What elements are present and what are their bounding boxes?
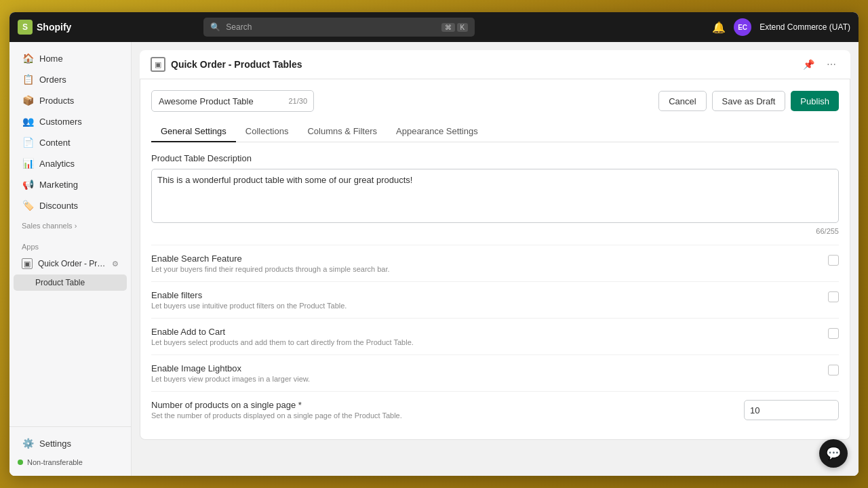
feature-row-lightbox: Enable Image Lightbox Let buyers view pr… [151, 354, 839, 391]
settings-icon: ⚙️ [22, 438, 34, 449]
topbar: S Shopify 🔍 Search ⌘ K 🔔 EC Extend Comme… [9, 12, 859, 42]
content-icon: 📄 [22, 137, 34, 148]
non-transferable-label: Non-transferable [27, 458, 83, 466]
home-icon: 🏠 [22, 53, 34, 64]
page-header-right: 📌 ⋯ [800, 57, 840, 72]
search-placeholder: Search [226, 22, 252, 32]
sidebar-item-label: Products [39, 96, 74, 106]
user-name: Extend Commerce (UAT) [760, 22, 850, 32]
sidebar-item-marketing[interactable]: 📢 Marketing [14, 174, 127, 195]
description-char-count: 66/255 [151, 227, 839, 235]
shopify-icon: S [18, 20, 33, 35]
app-title: Shopify [37, 22, 71, 33]
search-icon: 🔍 [210, 22, 220, 32]
products-per-page-input[interactable] [744, 400, 839, 420]
sidebar-item-settings[interactable]: ⚙️ Settings [14, 433, 127, 453]
sidebar-item-discounts[interactable]: 🏷️ Discounts [14, 195, 127, 216]
marketing-icon: 📢 [22, 179, 34, 190]
settings-label: Settings [39, 439, 71, 449]
filters-feature-checkbox[interactable] [828, 291, 839, 302]
title-row: 21/30 Cancel Save as Draft Publish [151, 90, 839, 112]
search-keyboard-shortcut: ⌘ K [441, 23, 469, 32]
notification-bell-icon[interactable]: 🔔 [712, 21, 726, 34]
search-feature-checkbox[interactable] [828, 255, 839, 266]
sidebar-item-label: Customers [39, 117, 82, 127]
page-header-left: ▣ Quick Order - Product Tables [151, 57, 302, 72]
sidebar-item-products[interactable]: 📦 Products [14, 90, 127, 110]
quick-order-icon: ▣ [22, 258, 33, 269]
products-per-page-label: Number of products on a single page * [151, 400, 402, 410]
sidebar-item-label: Orders [39, 75, 66, 85]
discounts-icon: 🏷️ [22, 200, 34, 211]
feature-row-filters: Enable filters Let buyers use intuitive … [151, 281, 839, 318]
feature-search-desc: Let your buyers find their required prod… [151, 265, 390, 273]
cancel-button[interactable]: Cancel [658, 91, 706, 111]
sidebar-item-label: Home [39, 54, 63, 64]
avatar: EC [734, 18, 751, 36]
sidebar-item-orders[interactable]: 📋 Orders [14, 69, 127, 89]
page-header-icon: ▣ [151, 57, 165, 72]
non-transferable-badge: Non-transferable [9, 454, 131, 470]
tab-columns-filters[interactable]: Columns & Filters [298, 121, 387, 142]
sidebar-item-product-table[interactable]: Product Table [14, 274, 127, 291]
feature-search-title: Enable Search Feature [151, 253, 390, 264]
sidebar-item-label: Analytics [39, 159, 75, 169]
chat-icon: 💬 [826, 446, 841, 461]
feature-row-search: Enable Search Feature Let your buyers fi… [151, 245, 839, 281]
feature-add-to-cart-title: Enable Add to Cart [151, 327, 414, 337]
content-area: ▣ Quick Order - Product Tables 📌 ⋯ 21/30 [132, 42, 859, 476]
chat-button[interactable]: 💬 [819, 439, 848, 468]
pin-icon[interactable]: 📌 [800, 57, 818, 72]
sales-channels-expand-icon: › [75, 222, 77, 230]
feature-lightbox-desc: Let buyers view product images in a larg… [151, 375, 310, 383]
sidebar-bottom: ⚙️ Settings Non-transferable [9, 426, 131, 476]
apps-section-label: Apps [9, 237, 131, 253]
sidebar-item-label: Marketing [39, 180, 78, 190]
quick-order-settings-icon: ⚙ [112, 260, 119, 268]
sidebar-item-home[interactable]: 🏠 Home [14, 48, 127, 68]
add-to-cart-feature-checkbox[interactable] [828, 328, 839, 339]
page-header: ▣ Quick Order - Product Tables 📌 ⋯ [140, 50, 850, 79]
shopify-logo: S Shopify [18, 20, 71, 35]
lightbox-feature-checkbox[interactable] [828, 365, 839, 375]
analytics-icon: 📊 [22, 158, 34, 169]
products-icon: 📦 [22, 95, 34, 106]
kbd-k: K [457, 23, 469, 32]
sidebar-item-analytics[interactable]: 📊 Analytics [14, 153, 127, 174]
sidebar-item-content[interactable]: 📄 Content [14, 132, 127, 152]
kbd-cmd: ⌘ [441, 23, 455, 32]
feature-add-to-cart-desc: Let buyers select products and add them … [151, 338, 414, 346]
tab-collections[interactable]: Collections [236, 121, 298, 142]
page-title: Quick Order - Product Tables [171, 59, 302, 70]
description-label: Product Table Description [151, 153, 839, 163]
sales-channels-label: Sales channels › [9, 216, 131, 232]
feature-filters-title: Enable filters [151, 290, 347, 300]
main-layout: 🏠 Home 📋 Orders 📦 Products 👥 Customers 📄 [9, 42, 859, 476]
tab-appearance-settings[interactable]: Appearance Settings [387, 121, 488, 142]
orders-icon: 📋 [22, 74, 34, 85]
sidebar-item-customers[interactable]: 👥 Customers [14, 111, 127, 131]
sidebar-item-quick-order[interactable]: ▣ Quick Order - Product... ⚙ [14, 253, 127, 274]
tab-general-settings[interactable]: General Settings [151, 121, 236, 142]
save-as-draft-button[interactable]: Save as Draft [712, 91, 786, 111]
products-per-page-row: Number of products on a single page * Se… [151, 391, 839, 428]
more-options-icon[interactable]: ⋯ [823, 57, 840, 72]
search-bar[interactable]: 🔍 Search ⌘ K [203, 18, 475, 37]
sidebar-nav: 🏠 Home 📋 Orders 📦 Products 👥 Customers 📄 [9, 42, 131, 426]
quick-order-label: Quick Order - Product... [38, 259, 106, 268]
products-per-page-desc: Set the number of products displayed on … [151, 411, 402, 420]
sidebar-item-label: Discounts [39, 201, 78, 211]
action-buttons: Cancel Save as Draft Publish [658, 91, 839, 111]
description-textarea[interactable]: This is a wonderful product table with s… [151, 169, 839, 223]
sidebar-item-label: Content [39, 138, 71, 148]
title-input-wrap: 21/30 [151, 90, 314, 112]
topbar-right: 🔔 EC Extend Commerce (UAT) [712, 18, 850, 36]
publish-button[interactable]: Publish [791, 91, 839, 111]
tabs: General Settings Collections Columns & F… [151, 121, 839, 142]
title-char-count: 21/30 [288, 97, 307, 105]
customers-icon: 👥 [22, 116, 34, 127]
inner-card: 21/30 Cancel Save as Draft Publish Gener… [140, 79, 850, 440]
nt-dot-icon [18, 460, 23, 465]
sidebar: 🏠 Home 📋 Orders 📦 Products 👥 Customers 📄 [9, 42, 132, 476]
feature-row-add-to-cart: Enable Add to Cart Let buyers select pro… [151, 318, 839, 354]
